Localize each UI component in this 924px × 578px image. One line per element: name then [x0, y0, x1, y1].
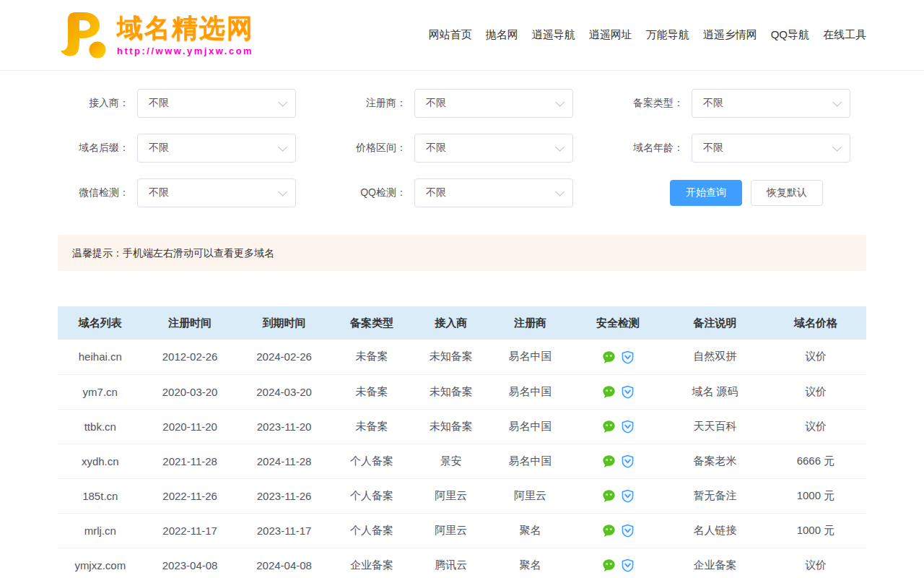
search-button[interactable]: 开始查询 — [670, 180, 742, 206]
table-row: ymjxz.com 2023-04-08 2024-04-08 企业备案 腾讯云… — [58, 548, 866, 578]
filter-select[interactable]: 不限 — [414, 134, 573, 163]
table-header-cell: 到期时间 — [237, 306, 331, 340]
brand-logo[interactable]: 域名精选网 http://www.ymjxw.com — [58, 9, 254, 61]
price-cell: 议价 — [765, 409, 866, 444]
filter-selected-value: 不限 — [149, 186, 169, 199]
domain-cell[interactable]: ym7.cn — [58, 374, 143, 409]
registrar-cell: 易名中国 — [489, 409, 571, 444]
expire-date-cell: 2023-11-26 — [237, 478, 331, 513]
qq-shield-icon[interactable] — [621, 385, 635, 399]
filter-select[interactable]: 不限 — [137, 89, 296, 118]
filter-selected-value: 不限 — [149, 97, 169, 110]
icp-type-cell: 个人备案 — [331, 513, 413, 548]
filter-field: 价格区间： 不限 — [335, 134, 589, 163]
table-header-cell: 域名价格 — [765, 306, 866, 340]
chevron-down-icon — [278, 187, 287, 197]
remark-cell: 自然双拼 — [665, 340, 765, 374]
table-header-cell: 注册时间 — [143, 306, 237, 340]
icp-type-cell: 企业备案 — [331, 548, 413, 578]
table-row: mrlj.cn 2022-11-17 2023-11-17 个人备案 阿里云 聚… — [58, 513, 866, 548]
expire-date-cell: 2024-02-26 — [237, 340, 331, 374]
chevron-down-icon — [832, 98, 842, 107]
access-provider-cell: 阿里云 — [413, 513, 489, 548]
qq-shield-icon[interactable] — [621, 420, 635, 434]
qq-shield-icon[interactable] — [621, 350, 635, 364]
domain-cell[interactable]: ttbk.cn — [58, 409, 143, 444]
wechat-check-icon[interactable] — [602, 385, 616, 399]
chevron-down-icon — [278, 98, 287, 107]
qq-shield-icon[interactable] — [621, 524, 635, 538]
filter-label: 微信检测： — [58, 186, 137, 199]
table-header-cell: 备案类型 — [331, 306, 413, 340]
wechat-check-icon[interactable] — [602, 350, 616, 364]
nav-item[interactable]: QQ导航 — [771, 28, 809, 42]
filter-selected-value: 不限 — [426, 97, 446, 110]
domain-cell[interactable]: heihai.cn — [58, 340, 143, 374]
domain-cell[interactable]: mrlj.cn — [58, 513, 143, 548]
qq-shield-icon[interactable] — [621, 454, 635, 468]
reset-button[interactable]: 恢复默认 — [751, 180, 823, 206]
domain-cell[interactable]: 185t.cn — [58, 478, 143, 513]
nav-item[interactable]: 逍遥乡情网 — [703, 28, 757, 42]
wechat-check-icon[interactable] — [602, 524, 616, 538]
filter-field: 域名后缀： 不限 — [58, 134, 312, 163]
filter-select[interactable]: 不限 — [692, 89, 850, 118]
filter-panel: 接入商： 不限 注册商： 不限 备案类型： 不限 域名后缀： 不限 — [58, 89, 866, 207]
expire-date-cell: 2024-04-08 — [237, 548, 331, 578]
filter-select[interactable]: 不限 — [692, 134, 850, 163]
filter-select[interactable]: 不限 — [137, 134, 296, 163]
filter-selected-value: 不限 — [703, 97, 723, 110]
nav-item[interactable]: 万能导航 — [646, 28, 689, 42]
filter-selected-value: 不限 — [703, 142, 723, 155]
domain-cell[interactable]: xydh.cn — [58, 444, 143, 478]
nav-item[interactable]: 网站首页 — [429, 28, 472, 42]
price-cell: 1000 元 — [765, 478, 866, 513]
wechat-check-icon[interactable] — [602, 420, 616, 434]
remark-cell: 备案老米 — [665, 444, 765, 478]
domain-cell[interactable]: ymjxz.com — [58, 548, 143, 578]
icp-type-cell: 个人备案 — [331, 444, 413, 478]
access-provider-cell: 未知备案 — [413, 340, 489, 374]
nav-item[interactable]: 抛名网 — [486, 28, 518, 42]
filter-field: 接入商： 不限 — [58, 89, 312, 118]
filter-label: 域名后缀： — [58, 142, 137, 155]
registrar-cell: 聚名 — [489, 513, 571, 548]
access-provider-cell: 景安 — [413, 444, 489, 478]
icp-type-cell: 个人备案 — [331, 478, 413, 513]
qq-shield-icon[interactable] — [621, 489, 635, 503]
access-provider-cell: 未知备案 — [413, 409, 489, 444]
access-provider-cell: 阿里云 — [413, 478, 489, 513]
registered-date-cell: 2022-11-17 — [143, 513, 237, 548]
registrar-cell: 聚名 — [489, 548, 571, 578]
wechat-check-icon[interactable] — [602, 489, 616, 503]
table-header-row: 域名列表注册时间到期时间备案类型接入商注册商安全检测备注说明域名价格 — [58, 306, 866, 340]
filter-label: 接入商： — [58, 97, 137, 110]
table-header-cell: 注册商 — [489, 306, 571, 340]
table-header-cell: 域名列表 — [58, 306, 143, 340]
nav-item[interactable]: 逍遥网址 — [589, 28, 632, 42]
filter-actions: 开始查询 恢复默认 — [612, 178, 866, 207]
filter-select[interactable]: 不限 — [414, 178, 573, 207]
filter-field: QQ检测： 不限 — [335, 178, 589, 207]
wechat-check-icon[interactable] — [602, 558, 616, 572]
nav-item[interactable]: 在线工具 — [823, 28, 866, 42]
registered-date-cell: 2012-02-26 — [143, 340, 237, 374]
registered-date-cell: 2020-11-20 — [143, 409, 237, 444]
filter-select[interactable]: 不限 — [137, 178, 296, 207]
security-check-cell — [571, 444, 665, 478]
chevron-down-icon — [555, 98, 565, 107]
qq-shield-icon[interactable] — [621, 558, 635, 572]
price-cell: 议价 — [765, 374, 866, 409]
filter-field: 注册商： 不限 — [335, 89, 589, 118]
price-cell: 1000 元 — [765, 513, 866, 548]
filter-select[interactable]: 不限 — [414, 89, 573, 118]
expire-date-cell: 2023-11-20 — [237, 409, 331, 444]
brand-title: 域名精选网 — [117, 15, 254, 41]
security-check-cell — [571, 340, 665, 374]
wechat-check-icon[interactable] — [602, 454, 616, 468]
filter-field: 微信检测： 不限 — [58, 178, 312, 207]
access-provider-cell: 未知备案 — [413, 374, 489, 409]
nav-item[interactable]: 逍遥导航 — [532, 28, 575, 42]
filter-label: 注册商： — [335, 97, 414, 110]
remark-cell: 天天百科 — [665, 409, 765, 444]
